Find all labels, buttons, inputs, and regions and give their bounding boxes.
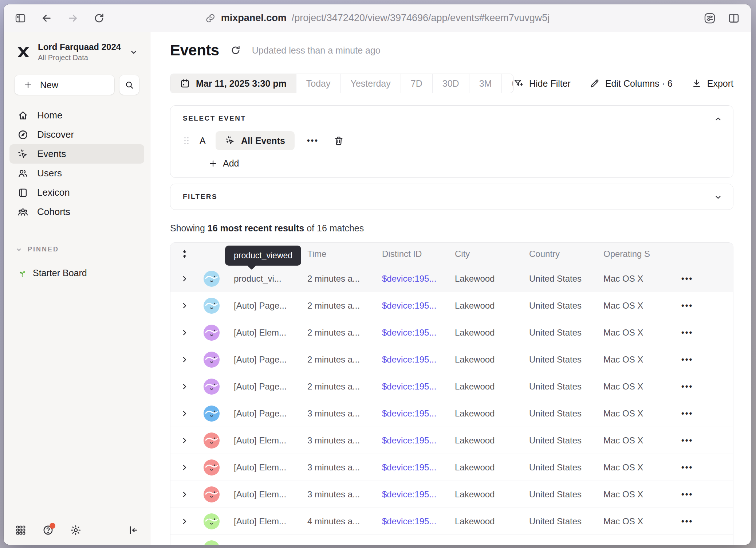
row-more-button[interactable]: •••	[681, 463, 733, 472]
table-row[interactable]: [Auto] Elem...3 minutes a...$device:195.…	[170, 454, 733, 481]
project-switcher[interactable]: Lord Farquaad 2024 All Project Data	[4, 42, 150, 62]
cell-city: Lakewood	[455, 516, 529, 527]
table-row[interactable]: [Auto] Page...2 minutes a...$device:195.…	[170, 346, 733, 373]
export-button[interactable]: Export	[692, 78, 733, 89]
preset-today[interactable]: Today	[296, 74, 340, 93]
row-expander-icon[interactable]	[170, 382, 199, 391]
download-icon	[692, 78, 702, 89]
search-button[interactable]	[119, 75, 139, 95]
column-header-distinct-id[interactable]: Distinct ID	[382, 249, 455, 259]
sidebar-item-starter-board[interactable]: Starter Board	[4, 268, 150, 278]
date-range-current[interactable]: Mar 11, 2025 3:30 pm	[170, 74, 296, 93]
page-settings-icon[interactable]	[704, 12, 716, 24]
collapse-panel-icon[interactable]	[713, 114, 723, 124]
table-row[interactable]: [Auto] Page...2 minutes a...$device:195.…	[170, 292, 733, 319]
row-expander-icon[interactable]	[170, 490, 199, 499]
sidebar-item-lexicon[interactable]: Lexicon	[9, 183, 144, 202]
table-row[interactable]: [Auto] Page...3 minutes a...$device:195.…	[170, 400, 733, 427]
sidebar-item-home[interactable]: Home	[9, 106, 144, 125]
cell-os: Mac OS X	[603, 355, 681, 365]
sidebar-item-events[interactable]: Events	[9, 144, 144, 164]
settings-gear-icon[interactable]	[70, 524, 82, 536]
table-row[interactable]: [Auto] Elem...3 minutes a...$device:195.…	[170, 481, 733, 508]
row-more-button[interactable]: •••	[681, 301, 733, 310]
edit-columns-button[interactable]: Edit Columns · 6	[590, 78, 673, 89]
table-row[interactable]: product_vi...2 minutes a...$device:195..…	[170, 265, 733, 292]
cell-distinct-id-link[interactable]: $device:195...	[382, 543, 455, 545]
table-row[interactable]: [Auto] Elem...2 minutes a...$device:195.…	[170, 319, 733, 346]
browser-sidebar-toggle-icon[interactable]	[15, 12, 26, 24]
row-expander-icon[interactable]	[170, 409, 199, 418]
seedling-icon	[17, 269, 27, 278]
drag-handle-icon[interactable]	[183, 136, 190, 145]
preset-7d[interactable]: 7D	[401, 74, 432, 93]
preset-6m[interactable]: 6M	[501, 74, 513, 93]
cell-distinct-id-link[interactable]: $device:195...	[382, 516, 455, 527]
row-more-button[interactable]: •••	[681, 409, 733, 418]
hide-filter-button[interactable]: Hide Filter	[513, 78, 571, 89]
row-more-button[interactable]: •••	[681, 328, 733, 337]
sidebar-item-label: Events	[37, 148, 66, 160]
row-expander-icon[interactable]	[170, 274, 199, 283]
address-bar[interactable]: mixpanel.com/project/3472420/view/397469…	[205, 12, 550, 24]
table-row[interactable]: [Auto] Elem...4 minutes a...$device:195.…	[170, 508, 733, 535]
cell-country: United States	[529, 408, 603, 419]
table-row[interactable]: [Auto] Elem...4 minutes a...$device:195.…	[170, 535, 733, 545]
refresh-icon[interactable]	[230, 45, 241, 56]
cell-distinct-id-link[interactable]: $device:195...	[382, 462, 455, 473]
row-expander-icon[interactable]	[170, 463, 199, 472]
pinned-section-header[interactable]: PINNED	[4, 246, 150, 253]
sidebar-item-users[interactable]: Users	[9, 164, 144, 183]
cell-distinct-id-link[interactable]: $device:195...	[382, 435, 455, 446]
help-button[interactable]	[42, 524, 54, 536]
column-header-country[interactable]: Country	[529, 249, 603, 259]
split-view-icon[interactable]	[728, 12, 740, 24]
preset-30d[interactable]: 30D	[432, 74, 469, 93]
row-expander-icon[interactable]	[170, 517, 199, 526]
event-avatar	[204, 459, 220, 475]
back-icon[interactable]	[41, 12, 52, 24]
cell-distinct-id-link[interactable]: $device:195...	[382, 328, 455, 338]
column-header-city[interactable]: City	[455, 249, 529, 259]
row-more-button[interactable]: •••	[681, 355, 733, 364]
sidebar-item-cohorts[interactable]: Cohorts	[9, 202, 144, 222]
table-row[interactable]: [Auto] Page...2 minutes a...$device:195.…	[170, 373, 733, 400]
row-expander-icon[interactable]	[170, 328, 199, 337]
cell-distinct-id-link[interactable]: $device:195...	[382, 381, 455, 392]
cell-distinct-id-link[interactable]: $device:195...	[382, 355, 455, 365]
cell-distinct-id-link[interactable]: $device:195...	[382, 301, 455, 311]
row-more-button[interactable]: •••	[681, 274, 733, 283]
cell-country: United States	[529, 516, 603, 527]
event-more-button[interactable]: •••	[307, 136, 319, 145]
preset-3m[interactable]: 3M	[469, 74, 502, 93]
row-more-button[interactable]: •••	[681, 436, 733, 445]
expand-panel-icon[interactable]	[713, 192, 723, 202]
sidebar-item-discover[interactable]: Discover	[9, 125, 144, 144]
row-more-button[interactable]: •••	[681, 517, 733, 526]
compass-icon	[17, 129, 28, 140]
cell-event-name: [Auto] Page...	[234, 301, 307, 311]
cell-distinct-id-link[interactable]: $device:195...	[382, 408, 455, 419]
column-header-time[interactable]: Time	[307, 249, 382, 259]
cell-distinct-id-link[interactable]: $device:195...	[382, 489, 455, 500]
new-button[interactable]: New	[15, 75, 114, 95]
row-expander-icon[interactable]	[170, 544, 199, 545]
row-more-button[interactable]: •••	[681, 490, 733, 499]
preset-yesterday[interactable]: Yesterday	[340, 74, 401, 93]
trash-icon[interactable]	[333, 135, 344, 146]
row-expander-icon[interactable]	[170, 355, 199, 364]
collapse-rows-icon[interactable]	[170, 249, 199, 259]
reload-icon[interactable]	[93, 12, 105, 24]
collapse-sidebar-icon[interactable]	[127, 525, 138, 536]
apps-grid-icon[interactable]	[15, 525, 26, 536]
add-event-button[interactable]: Add	[208, 158, 721, 169]
row-more-button[interactable]: •••	[681, 544, 733, 545]
row-more-button[interactable]: •••	[681, 382, 733, 391]
cell-event-name: [Auto] Page...	[234, 381, 307, 392]
cell-distinct-id-link[interactable]: $device:195...	[382, 274, 455, 284]
table-row[interactable]: [Auto] Elem...3 minutes a...$device:195.…	[170, 427, 733, 454]
row-expander-icon[interactable]	[170, 301, 199, 310]
column-header-os[interactable]: Operating S	[603, 249, 681, 259]
event-selector-chip[interactable]: All Events	[216, 131, 295, 150]
row-expander-icon[interactable]	[170, 436, 199, 445]
